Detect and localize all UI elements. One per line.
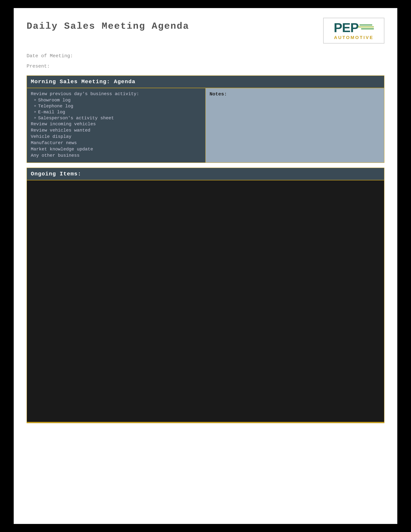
sub-item-label: E-mail log [38, 110, 65, 115]
sub-item-salesperson: » Salesperson's activity sheet [34, 116, 201, 121]
page-header: Daily Sales Meeting Agenda PEP AUTOMOTIV… [27, 18, 384, 44]
present-label: Present: [27, 64, 384, 69]
bullet-icon: » [34, 104, 36, 108]
ongoing-body [27, 180, 384, 422]
date-of-meeting-label: Date of Meeting: [27, 53, 384, 59]
logo-text: PEP [334, 21, 358, 34]
morning-section-header: Morning Sales Meeting: Agenda [27, 76, 384, 88]
page-container: Daily Sales Meeting Agenda PEP AUTOMOTIV… [14, 8, 397, 524]
wave-line-2 [358, 27, 374, 28]
sub-item-label: Showroom log [38, 98, 71, 103]
agenda-item-any-other: Any other business [31, 153, 201, 158]
logo-container: PEP AUTOMOTIVE [323, 18, 384, 44]
wave-line-1 [359, 25, 372, 26]
agenda-item-market-knowledge: Market knowledge update [31, 147, 201, 152]
ongoing-section: Ongoing Items: [27, 168, 384, 423]
agenda-item-review-incoming: Review incoming vehicles [31, 122, 201, 127]
review-label: Review previous day's business activity: [31, 91, 201, 96]
bottom-gold-line [27, 422, 384, 423]
ongoing-section-header: Ongoing Items: [27, 168, 384, 180]
logo-tagline: AUTOMOTIVE [334, 35, 374, 40]
sub-item-showroom: » Showroom log [34, 98, 201, 103]
sub-item-email: » E-mail log [34, 110, 201, 115]
morning-meeting-table: Morning Sales Meeting: Agenda Review pre… [27, 76, 384, 163]
sub-item-label: Salesperson's activity sheet [38, 116, 114, 121]
agenda-cell: Review previous day's business activity:… [27, 88, 206, 163]
agenda-notes-row: Review previous day's business activity:… [27, 88, 384, 163]
morning-header-row: Morning Sales Meeting: Agenda [27, 76, 384, 88]
page-title: Daily Sales Meeting Agenda [27, 21, 189, 31]
logo-wave-icon [359, 24, 374, 30]
agenda-item-review-wanted: Review vehicles wanted [31, 128, 201, 133]
agenda-item-manufacturer-news: Manufacturer news [31, 140, 201, 145]
logo-pep-area: PEP [334, 21, 374, 34]
agenda-item-vehicle-display: Vehicle display [31, 134, 201, 139]
meta-section: Date of Meeting: Present: [27, 53, 384, 69]
notes-label: Notes: [210, 91, 380, 97]
sub-item-label: Telephone log [38, 104, 73, 109]
bullet-icon: » [34, 116, 36, 120]
bullet-icon: » [34, 98, 36, 102]
sub-item-telephone: » Telephone log [34, 104, 201, 109]
bullet-icon: » [34, 110, 36, 114]
notes-cell: Notes: [206, 88, 384, 163]
wave-line-3 [361, 28, 374, 29]
